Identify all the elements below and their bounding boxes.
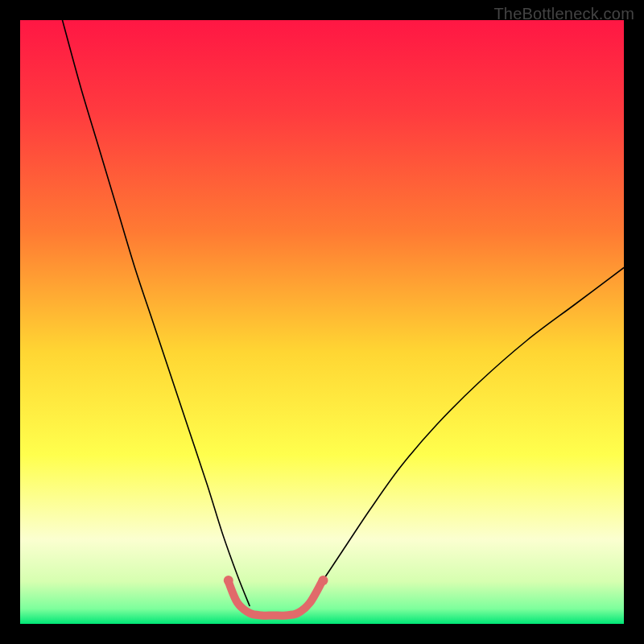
watermark-text: TheBottleneck.com (493, 5, 634, 23)
chart-stage: TheBottleneck.com (0, 0, 644, 644)
marker-0 (224, 576, 233, 585)
marker-1 (319, 576, 328, 585)
marker-layer (20, 20, 624, 624)
plot-area (20, 20, 624, 624)
